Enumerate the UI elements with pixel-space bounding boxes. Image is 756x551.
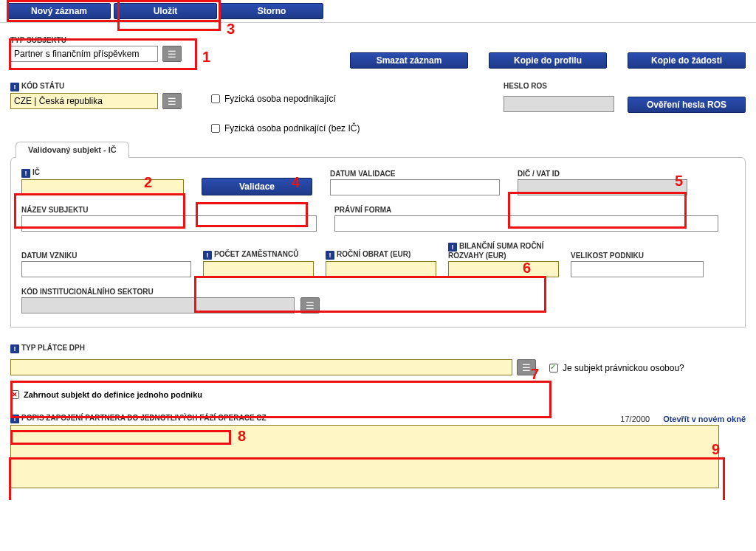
- velikost-podniku-input[interactable]: [571, 261, 704, 277]
- pravni-forma-input[interactable]: [334, 215, 718, 232]
- typ-platce-field: !TYP PLÁTCE DPH ☰: [10, 344, 536, 375]
- datum-vzniku-field: DATUM VZNIKU: [21, 252, 191, 277]
- typ-platce-label: !TYP PLÁTCE DPH: [10, 344, 85, 353]
- pocet-zamestnancu-label: !POČET ZAMĚSTNANCŮ: [203, 250, 314, 260]
- form-content: TYP SUBJEKTU ☰ Smazat záznam Kopie do pr…: [0, 23, 756, 500]
- datum-validace-field: DATUM VALIDACE: [330, 170, 500, 195]
- section-kod-statu: !KÓD STÁTU ☰ Fyzická osoba nepodnikající…: [10, 82, 746, 134]
- popis-section: !POPIS ZAPOJENÍ PARTNERA DO JEDNOTLIVÝCH…: [10, 414, 746, 490]
- dic-input[interactable]: [518, 179, 687, 195]
- bilancni-suma-input[interactable]: [448, 261, 559, 277]
- pocet-zamestnancu-field: !POČET ZAMĚSTNANCŮ: [203, 250, 314, 277]
- dic-field: DIČ / VAT ID: [518, 170, 687, 195]
- ic-field: !IČ: [21, 168, 184, 195]
- save-button[interactable]: Uložit: [114, 3, 217, 19]
- bilancni-suma-field: !BILANČNÍ SUMA ROČNÍ ROZVAHY (EUR): [448, 242, 559, 277]
- checkbox-checked-icon: [549, 364, 558, 372]
- zahrnout-checkbox[interactable]: [10, 390, 19, 399]
- popis-counter: 17/2000: [620, 415, 650, 423]
- nazev-field: NÁZEV SUBJEKTU: [21, 206, 317, 232]
- kod-statu-label: !KÓD STÁTU: [10, 82, 182, 91]
- delete-record-button[interactable]: Smazat záznam: [350, 52, 468, 69]
- je-pravnicka-checkbox[interactable]: Je subjekt právnickou osobou?: [549, 363, 684, 373]
- popis-open-new-window-link[interactable]: Otevřít v novém okně: [663, 415, 746, 423]
- sektor-label: KÓD INSTITUCIONÁLNÍHO SEKTORU: [21, 288, 295, 296]
- fyz-nepodnikajici-label: Fyzická osoba nepodnikající: [224, 94, 336, 104]
- copy-profile-button[interactable]: Kopie do profilu: [489, 52, 607, 69]
- typ-platce-picker-icon[interactable]: ☰: [517, 359, 536, 375]
- checkbox-icon: [211, 124, 220, 133]
- validovany-subjekt-tab[interactable]: Validovaný subjekt - IČ: [16, 142, 129, 158]
- typ-platce-row: !TYP PLÁTCE DPH ☰ Je subjekt právnickou …: [10, 344, 746, 375]
- sektor-picker-icon[interactable]: ☰: [300, 297, 320, 313]
- section-typ-subjektu: TYP SUBJEKTU ☰ Smazat záznam Kopie do pr…: [10, 36, 746, 69]
- rocni-obrat-input[interactable]: [326, 261, 436, 277]
- sektor-input[interactable]: [21, 297, 295, 313]
- fyz-podnikajici-label: Fyzická osoba podnikající (bez IČ): [224, 123, 360, 134]
- nazev-label: NÁZEV SUBJEKTU: [21, 206, 317, 214]
- validace-button[interactable]: Validace: [202, 178, 312, 195]
- typ-platce-input[interactable]: [10, 359, 512, 375]
- velikost-podniku-field: VELIKOST PODNIKU: [571, 252, 704, 277]
- checkbox-icon: [211, 94, 220, 103]
- pravni-forma-label: PRÁVNÍ FORMA: [334, 206, 735, 214]
- heslo-ros-field: HESLO ROS: [504, 82, 614, 113]
- velikost-podniku-label: VELIKOST PODNIKU: [571, 252, 704, 260]
- bilancni-suma-label: !BILANČNÍ SUMA ROČNÍ ROZVAHY (EUR): [448, 242, 559, 260]
- ic-label: !IČ: [21, 168, 184, 178]
- pocet-zamestnancu-input[interactable]: [203, 261, 314, 277]
- zahrnout-row: Zahrnout subjekt do definice jednoho pod…: [10, 390, 746, 399]
- ic-input[interactable]: [21, 179, 184, 195]
- rocni-obrat-field: !ROČNÍ OBRAT (EUR): [326, 250, 436, 277]
- kod-statu-field: !KÓD STÁTU ☰: [10, 82, 182, 109]
- copy-request-button[interactable]: Kopie do žádosti: [628, 52, 746, 69]
- popis-label: !POPIS ZAPOJENÍ PARTNERA DO JEDNOTLIVÝCH…: [10, 414, 267, 423]
- pravni-forma-field: PRÁVNÍ FORMA: [334, 206, 735, 232]
- cancel-button[interactable]: Storno: [220, 3, 323, 19]
- overeni-hesla-button[interactable]: Ověření hesla ROS: [628, 97, 746, 113]
- datum-validace-input[interactable]: [330, 179, 500, 195]
- sektor-field: KÓD INSTITUCIONÁLNÍHO SEKTORU: [21, 288, 295, 313]
- zahrnout-label: Zahrnout subjekt do definice jednoho pod…: [24, 390, 202, 399]
- je-pravnicka-label: Je subjekt právnickou osobou?: [563, 363, 684, 373]
- new-record-button[interactable]: Nový záznam: [7, 3, 111, 19]
- kod-statu-picker-icon[interactable]: ☰: [162, 93, 182, 109]
- datum-validace-label: DATUM VALIDACE: [330, 170, 500, 178]
- fyz-nepodnikajici-checkbox[interactable]: Fyzická osoba nepodnikající: [211, 94, 360, 104]
- popis-textarea[interactable]: [10, 425, 719, 488]
- typ-subjektu-picker-icon[interactable]: ☰: [162, 46, 182, 62]
- datum-vzniku-input[interactable]: [21, 261, 191, 277]
- typ-subjektu-field: TYP SUBJEKTU ☰: [10, 36, 182, 69]
- rocni-obrat-label: !ROČNÍ OBRAT (EUR): [326, 250, 436, 260]
- toolbar: Nový záznam Uložit Storno: [0, 0, 756, 23]
- typ-subjektu-label: TYP SUBJEKTU: [10, 36, 182, 44]
- nazev-input[interactable]: [21, 215, 317, 232]
- heslo-ros-label: HESLO ROS: [504, 82, 614, 90]
- dic-label: DIČ / VAT ID: [518, 170, 687, 178]
- kod-statu-input[interactable]: [10, 93, 158, 109]
- typ-subjektu-input[interactable]: [10, 46, 158, 62]
- validovany-subjekt-panel: Validovaný subjekt - IČ !IČ Validace DAT…: [10, 157, 746, 328]
- fyz-podnikajici-checkbox[interactable]: Fyzická osoba podnikající (bez IČ): [211, 123, 360, 134]
- datum-vzniku-label: DATUM VZNIKU: [21, 252, 191, 260]
- heslo-ros-input[interactable]: [504, 96, 614, 112]
